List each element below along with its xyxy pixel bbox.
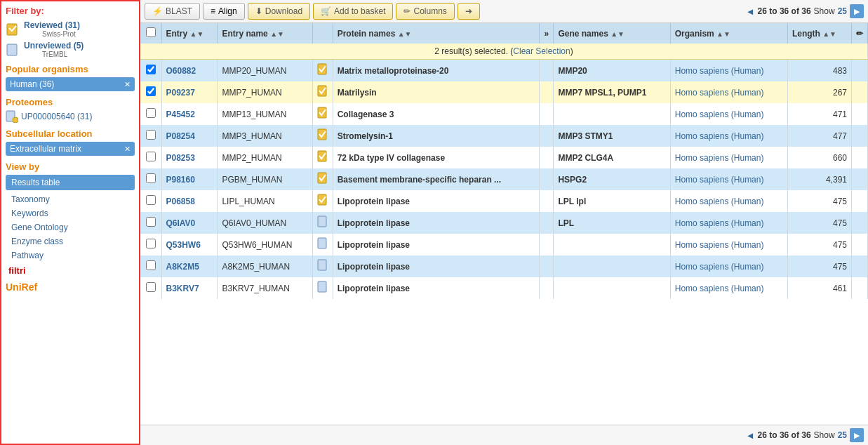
row-checkbox[interactable] xyxy=(146,239,156,248)
add-to-basket-button[interactable]: 🛒 Add to basket xyxy=(313,3,393,20)
header-length[interactable]: Length ▲▼ xyxy=(787,23,851,44)
next-page-bottom-button[interactable]: ▶ xyxy=(850,428,864,442)
entry-link[interactable]: Q53HW6 xyxy=(166,240,201,250)
row-checkbox[interactable] xyxy=(146,130,156,140)
basket-label: Add to basket xyxy=(334,6,385,16)
header-gene-names[interactable]: Gene names ▲▼ xyxy=(554,23,670,44)
entry-link[interactable]: P98160 xyxy=(166,175,195,185)
table-row: P09237MMP7_HUMANMatrilysinMMP7 MPSL1, PU… xyxy=(140,81,868,103)
action-col xyxy=(852,60,868,82)
columns-label: Columns xyxy=(413,6,446,16)
location-tag-close[interactable]: ✕ xyxy=(124,145,131,154)
header-entry-name[interactable]: Entry name ▲▼ xyxy=(218,23,312,44)
view-taxonomy[interactable]: Taxonomy xyxy=(6,192,135,206)
organism-link[interactable]: Homo sapiens (Human) xyxy=(675,153,764,163)
unreviewed-label: Unreviewed (5) xyxy=(24,41,84,51)
select-all-checkbox[interactable] xyxy=(146,27,156,37)
entry-link[interactable]: A8K2M5 xyxy=(166,262,199,272)
length-cell: 483 xyxy=(787,60,851,82)
header-protein-names[interactable]: Protein names ▲▼ xyxy=(333,23,540,44)
row-checkbox[interactable] xyxy=(146,217,156,227)
gene-names-cell: MMP3 STMY1 xyxy=(554,125,670,147)
view-keywords[interactable]: Keywords xyxy=(6,206,135,220)
header-checkbox-col[interactable] xyxy=(140,23,161,44)
protein-names-cell: Lipoprotein lipase xyxy=(333,255,540,277)
entry-link[interactable]: P06858 xyxy=(166,197,195,206)
table-row: P98160PGBM_HUMANBasement membrane-specif… xyxy=(140,168,868,190)
action-col xyxy=(852,190,868,212)
reviewed-entry-icon xyxy=(317,85,328,98)
organism-link[interactable]: Homo sapiens (Human) xyxy=(675,66,764,76)
table-row: P45452MMP13_HUMANCollagenase 3Homo sapie… xyxy=(140,103,868,125)
row-checkbox[interactable] xyxy=(146,108,156,118)
row-checkbox[interactable] xyxy=(146,260,156,270)
proteome-item[interactable]: UP000005640 (31) xyxy=(6,110,135,123)
filter-reviewed[interactable]: Reviewed (31) Swiss-Prot xyxy=(6,20,135,38)
entry-link[interactable]: P45452 xyxy=(166,109,195,119)
reviewed-entry-icon xyxy=(317,107,328,119)
view-pathway[interactable]: Pathway xyxy=(6,248,135,263)
length-cell: 475 xyxy=(787,234,851,255)
reviewed-icon xyxy=(6,22,20,36)
protein-names-cell: Lipoprotein lipase xyxy=(333,190,540,212)
prev-page-button[interactable]: ◄ xyxy=(746,6,755,17)
expand-col xyxy=(540,60,554,82)
entry-cell: P06858 xyxy=(161,190,218,212)
row-checkbox[interactable] xyxy=(146,282,156,292)
header-entry[interactable]: Entry ▲▼ xyxy=(161,23,218,44)
action-col xyxy=(852,103,868,125)
reviewed-entry-icon xyxy=(317,128,328,141)
header-edit-col[interactable]: ✏ xyxy=(852,23,868,44)
uniref-title: UniRef xyxy=(6,281,135,293)
row-checkbox[interactable] xyxy=(146,195,156,205)
organism-link[interactable]: Homo sapiens (Human) xyxy=(675,109,764,119)
view-gene-ontology[interactable]: Gene Ontology xyxy=(6,220,135,234)
entry-link[interactable]: B3KRV7 xyxy=(166,284,199,293)
entry-link[interactable]: O60882 xyxy=(166,66,196,76)
next-page-button[interactable]: ▶ xyxy=(850,4,864,18)
show-count-bottom: 25 xyxy=(838,430,847,440)
row-checkbox[interactable] xyxy=(146,86,156,96)
entry-link[interactable]: P09237 xyxy=(166,88,195,98)
organism-link[interactable]: Homo sapiens (Human) xyxy=(675,88,764,98)
header-expand-col[interactable]: » xyxy=(540,23,554,44)
clear-selection-link[interactable]: Clear Selection xyxy=(513,46,570,56)
row-checkbox[interactable] xyxy=(146,173,156,183)
protein-names-cell: Basement membrane-specific heparan ... xyxy=(333,168,540,190)
blast-button[interactable]: ⚡ BLAST xyxy=(145,3,200,20)
entry-link[interactable]: P08254 xyxy=(166,131,195,141)
organism-link[interactable]: Homo sapiens (Human) xyxy=(675,131,764,141)
prev-page-bottom-button[interactable]: ◄ xyxy=(746,430,755,441)
svg-rect-14 xyxy=(318,281,326,292)
row-checkbox[interactable] xyxy=(146,152,156,161)
transfer-button[interactable]: ➔ xyxy=(458,3,480,20)
entry-link[interactable]: Q6IAV0 xyxy=(166,218,196,228)
organism-link[interactable]: Homo sapiens (Human) xyxy=(675,262,764,272)
expand-col xyxy=(540,81,554,103)
organism-link[interactable]: Homo sapiens (Human) xyxy=(675,240,764,250)
filter-unreviewed[interactable]: Unreviewed (5) TrEMBL xyxy=(6,41,135,58)
human-tag[interactable]: Human (36) ✕ xyxy=(6,77,135,91)
organism-link[interactable]: Homo sapiens (Human) xyxy=(675,197,764,206)
entry-type-icon-cell xyxy=(312,168,333,190)
entry-cell: P98160 xyxy=(161,168,218,190)
columns-button[interactable]: ✏ Columns xyxy=(396,3,454,20)
organism-link[interactable]: Homo sapiens (Human) xyxy=(675,175,764,185)
protein-names-cell: Matrilysin xyxy=(333,81,540,103)
align-button[interactable]: ≡ Align xyxy=(203,3,245,20)
organism-link[interactable]: Homo sapiens (Human) xyxy=(675,218,764,228)
header-organism[interactable]: Organism ▲▼ xyxy=(670,23,787,44)
reviewed-entry-icon xyxy=(317,150,328,163)
view-enzyme-class[interactable]: Enzyme class xyxy=(6,234,135,248)
table-row: P08253MMP2_HUMAN72 kDa type IV collagena… xyxy=(140,147,868,168)
location-tag[interactable]: Extracellular matrix ✕ xyxy=(6,142,135,156)
row-checkbox[interactable] xyxy=(146,65,156,74)
organism-link[interactable]: Homo sapiens (Human) xyxy=(675,284,764,293)
download-button[interactable]: ⬇ Download xyxy=(248,3,310,20)
view-results-table[interactable]: Results table xyxy=(6,175,135,190)
entry-type-icon-cell xyxy=(312,147,333,168)
entry-link[interactable]: P08253 xyxy=(166,153,195,163)
expand-col xyxy=(540,168,554,190)
entry-name-cell: MMP3_HUMAN xyxy=(218,125,312,147)
human-tag-close[interactable]: ✕ xyxy=(124,80,131,89)
